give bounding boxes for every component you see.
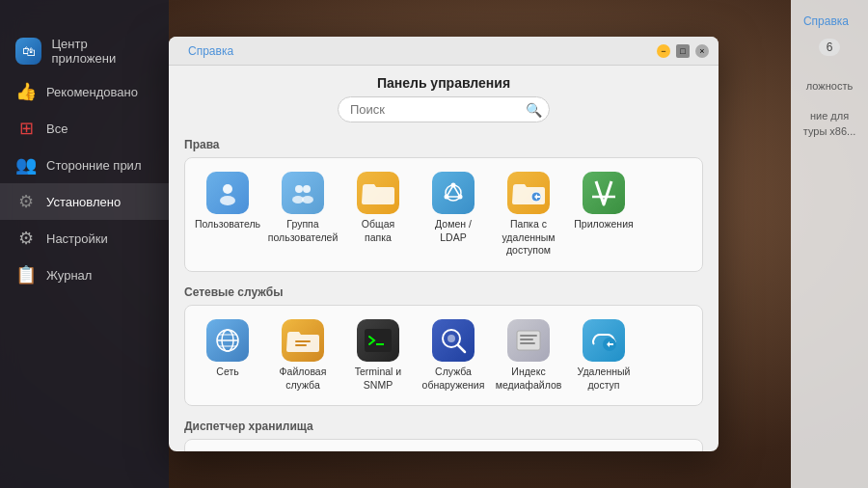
right-badge: 6 [819, 39, 841, 56]
search-input-wrap: 🔍 [338, 96, 550, 122]
grid-item-ldap[interactable]: Домен / LDAP [419, 168, 488, 261]
svg-rect-20 [295, 344, 307, 346]
section-storage-content: Том Пул носителей [184, 439, 703, 451]
folder-icon [357, 172, 399, 214]
svg-point-2 [295, 185, 303, 193]
sidebar-label-recommended: Рекомендовано [46, 85, 138, 99]
group-icon [282, 172, 324, 214]
control-panel-window: Справка − □ × Панель управления 🔍 Права … [169, 37, 719, 451]
fileservice-icon [282, 319, 324, 362]
remote-icon [583, 319, 625, 362]
section-storage-title: Диспетчер хранилища [184, 414, 703, 439]
group-label: Группапользователей [268, 218, 339, 244]
apps-icon [583, 172, 625, 214]
window-title: Панель управления [169, 66, 719, 96]
section-rights: Права Пользователь Группапользователей [169, 132, 719, 280]
grid-item-group[interactable]: Группапользователей [268, 168, 338, 261]
grid-item-hdd[interactable]: Жесткий диск [343, 449, 413, 451]
sidebar-item-installed[interactable]: ⚙ Установлено [0, 183, 169, 220]
grid-item-vhd[interactable]: VHD Виртуальныйдиск [419, 449, 488, 451]
section-rights-title: Права [184, 132, 703, 157]
grid-item-pool[interactable]: Пул носителей [268, 449, 338, 451]
sidebar-label-settings: Настройки [46, 231, 108, 246]
maximize-button[interactable]: □ [676, 44, 690, 58]
right-text-2: ние длятуры x86... [796, 101, 864, 147]
grid-item-usb[interactable]: USB-устройство [494, 449, 563, 451]
grid-item-hotspare[interactable]: Горячий резерв [569, 449, 638, 451]
sidebar-item-app-store[interactable]: 🛍 Центр приложени [0, 29, 169, 73]
svg-rect-21 [365, 329, 392, 352]
svg-rect-29 [520, 342, 535, 344]
grid-item-apps[interactable]: Приложения [569, 168, 638, 261]
installed-icon: ⚙ [15, 191, 37, 212]
remote-folder-label: Папка судаленнымдоступом [502, 218, 555, 258]
recommended-icon: 👍 [15, 81, 37, 102]
discovery-icon [432, 319, 475, 362]
user-icon [206, 172, 249, 214]
sidebar: 🛍 Центр приложени 👍 Рекомендовано ⊞ Все … [0, 0, 169, 488]
sidebar-item-third-party[interactable]: 👥 Сторонние прил [0, 147, 169, 183]
window-titlebar: Справка − □ × [169, 37, 719, 66]
spravka-link[interactable]: Справка [803, 14, 849, 28]
section-storage: Диспетчер хранилища Том [169, 414, 719, 451]
svg-rect-27 [520, 335, 537, 337]
grid-item-shared-folder[interactable]: Общая папка [343, 168, 413, 261]
sidebar-label-all: Все [46, 122, 68, 136]
mediaindex-icon [507, 319, 550, 362]
apps-label: Приложения [574, 218, 633, 231]
minimize-button[interactable]: − [657, 44, 670, 58]
journal-icon: 📋 [15, 264, 37, 285]
terminal-label: Terminal и SNMP [347, 366, 409, 392]
spravka-in-titlebar[interactable]: Справка [178, 44, 233, 58]
third-party-icon: 👥 [15, 154, 37, 176]
file-service-label: Файловаяслужба [280, 366, 327, 392]
section-rights-content: Пользователь Группапользователей Общая п… [184, 157, 703, 272]
search-icon: 🔍 [526, 102, 542, 118]
all-icon: ⊞ [15, 118, 37, 139]
network-icon [206, 319, 249, 362]
sidebar-item-settings[interactable]: ⚙ Настройки [0, 220, 169, 257]
grid-item-file-service[interactable]: Файловаяслужба [268, 315, 338, 395]
svg-rect-19 [295, 340, 311, 342]
store-icon: 🛍 [15, 38, 41, 65]
grid-item-remote-folder[interactable]: Папка судаленнымдоступом [494, 168, 563, 261]
svg-point-3 [303, 185, 311, 193]
section-network-content: Сеть Файловаяслужба [184, 305, 703, 406]
sidebar-item-journal[interactable]: 📋 Журнал [0, 257, 169, 293]
remote-access-label: Удаленныйдоступ [578, 366, 631, 392]
sidebar-item-recommended[interactable]: 👍 Рекомендовано [0, 73, 169, 110]
settings-icon: ⚙ [15, 228, 37, 249]
grid-item-media-index[interactable]: Индексмедиафайлов [494, 315, 563, 395]
network-label: Сеть [216, 366, 238, 379]
close-button[interactable]: × [695, 44, 709, 58]
sidebar-label-journal: Журнал [46, 268, 92, 283]
user-label: Пользователь [195, 218, 260, 231]
grid-item-user[interactable]: Пользователь [193, 168, 262, 261]
svg-point-0 [223, 184, 232, 194]
sidebar-label-app-store: Центр приложени [51, 37, 153, 66]
svg-rect-28 [520, 339, 533, 340]
section-network-title: Сетевые службы [184, 280, 703, 305]
folder-remote-icon [507, 172, 550, 214]
storage-grid: Том Пул носителей [193, 449, 694, 451]
grid-item-network[interactable]: Сеть [193, 315, 262, 395]
right-panel: 6 ложность ние длятуры x86... [791, 0, 868, 488]
grid-item-discovery[interactable]: Службаобнаружения [419, 315, 488, 395]
svg-line-24 [458, 345, 465, 352]
grid-item-terminal[interactable]: Terminal и SNMP [343, 315, 413, 395]
sidebar-item-all[interactable]: ⊞ Все [0, 110, 169, 147]
grid-item-remote-access[interactable]: Удаленныйдоступ [569, 315, 638, 395]
search-bar: 🔍 [169, 96, 719, 132]
svg-point-1 [220, 196, 235, 205]
grid-item-volume[interactable]: Том [193, 449, 262, 451]
svg-point-25 [448, 335, 455, 342]
right-text-1: ложность [799, 71, 860, 101]
svg-point-5 [302, 196, 313, 203]
terminal-icon [357, 319, 399, 362]
sidebar-label-third-party: Сторонние прил [46, 158, 141, 173]
ldap-icon [432, 172, 475, 214]
search-input[interactable] [338, 96, 550, 122]
section-network: Сетевые службы Сеть [169, 280, 719, 414]
network-grid: Сеть Файловаяслужба [193, 315, 694, 395]
rights-grid: Пользователь Группапользователей Общая п… [193, 168, 694, 261]
